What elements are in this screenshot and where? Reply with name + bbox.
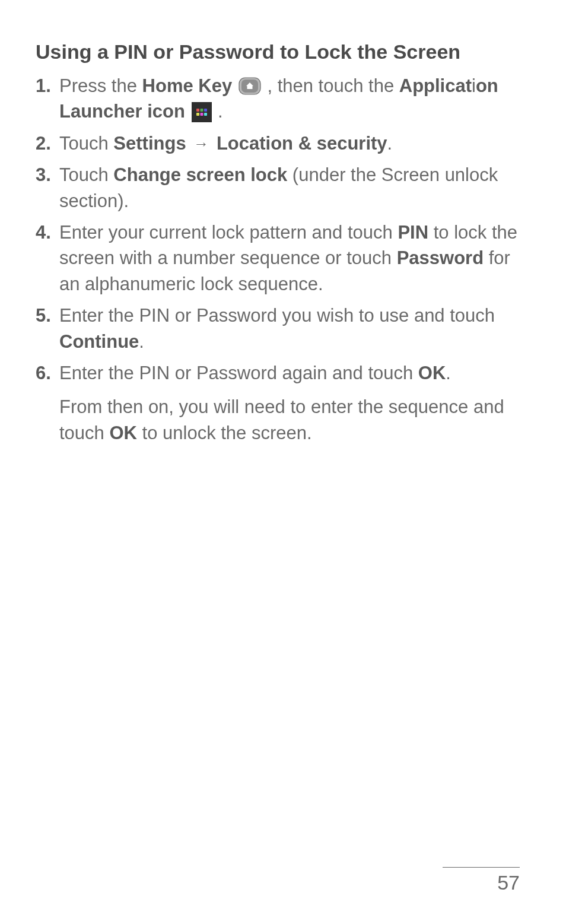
text: . [387, 133, 393, 154]
step-number: 6. [36, 360, 51, 386]
change-screen-lock-label: Change screen lock [113, 164, 287, 185]
step-body: Enter the PIN or Password again and touc… [59, 360, 530, 446]
step-4: 4. Enter your current lock pattern and t… [36, 220, 530, 297]
step-number: 3. [36, 162, 51, 188]
launcher-label-i: i [472, 75, 476, 96]
svg-rect-5 [204, 109, 207, 112]
launcher-label-a: Applicat [399, 75, 472, 96]
text: , then touch the [262, 75, 399, 96]
followup-paragraph: From then on, you will need to enter the… [59, 394, 530, 446]
settings-label: Settings [113, 133, 186, 154]
password-label: Password [397, 247, 484, 268]
step-number: 4. [36, 220, 51, 245]
text: . [446, 363, 451, 383]
svg-rect-6 [196, 113, 199, 116]
step-5: 5. Enter the PIN or Password you wish to… [36, 303, 530, 354]
ok-label-2: OK [109, 423, 137, 443]
step-body: Enter your current lock pattern and touc… [59, 220, 530, 297]
step-2: 2. Touch Settings → Location & security. [36, 131, 530, 156]
text: Enter the PIN or Password again and touc… [59, 363, 418, 383]
home-key-icon [239, 76, 261, 94]
location-security-label: Location & security [217, 133, 387, 154]
document-page: Using a PIN or Password to Lock the Scre… [0, 0, 566, 446]
text: . [139, 331, 144, 352]
step-body: Press the Home Key , then touch the Appl… [59, 73, 530, 125]
svg-rect-3 [196, 109, 199, 112]
svg-rect-8 [204, 113, 207, 116]
text: to unlock the screen. [137, 423, 312, 443]
text: Enter your current lock pattern and touc… [59, 222, 398, 243]
text: Touch [59, 133, 113, 154]
arrow-icon: → [193, 133, 209, 154]
continue-label: Continue [59, 331, 139, 352]
section-heading: Using a PIN or Password to Lock the Scre… [36, 40, 530, 63]
step-body: Touch Settings → Location & security. [59, 131, 530, 156]
steps-list: 1. Press the Home Key , then touch the A… [36, 73, 530, 446]
text: Touch [59, 164, 113, 185]
svg-rect-4 [200, 109, 203, 112]
step-number: 2. [36, 131, 51, 156]
text: . [213, 101, 223, 122]
ok-label: OK [418, 363, 446, 383]
text: Enter the PIN or Password you wish to us… [59, 305, 495, 326]
home-key-label: Home Key [142, 75, 233, 96]
svg-rect-2 [192, 102, 212, 122]
svg-rect-7 [200, 113, 203, 116]
step-1: 1. Press the Home Key , then touch the A… [36, 73, 530, 125]
step-6: 6. Enter the PIN or Password again and t… [36, 360, 530, 446]
step-number: 1. [36, 73, 51, 99]
text: Press the [59, 75, 142, 96]
step-number: 5. [36, 303, 51, 328]
pin-label: PIN [398, 222, 428, 243]
step-body: Enter the PIN or Password you wish to us… [59, 303, 530, 354]
step-3: 3. Touch Change screen lock (under the S… [36, 162, 530, 214]
app-launcher-icon [192, 102, 212, 122]
page-number: 57 [443, 867, 520, 894]
step-body: Touch Change screen lock (under the Scre… [59, 162, 530, 214]
